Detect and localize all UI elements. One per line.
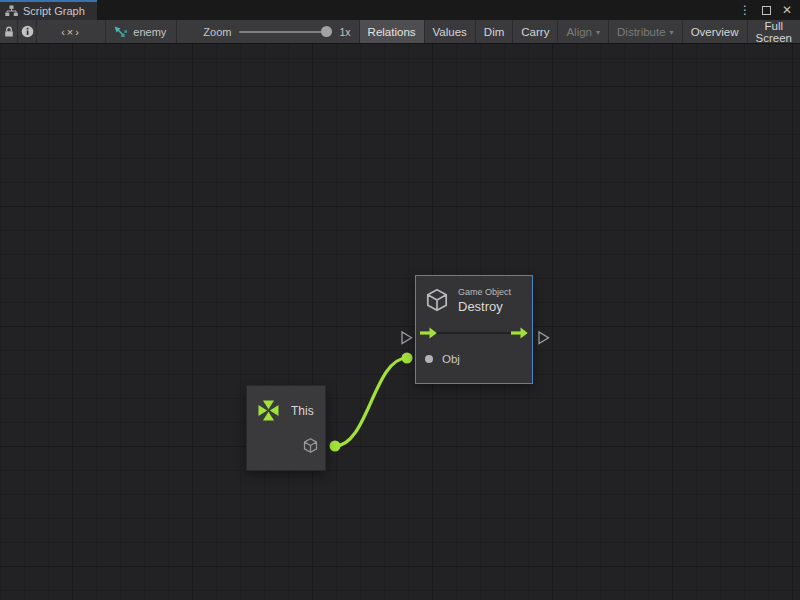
zoom-label: Zoom (203, 26, 231, 38)
info-icon (21, 25, 34, 38)
obj-input-port[interactable] (425, 355, 433, 363)
flow-out-triangle-icon (539, 332, 549, 344)
node-this-header: This (247, 386, 325, 424)
obj-input-row: Obj (416, 348, 532, 370)
values-toggle[interactable]: Values (424, 20, 475, 43)
full-screen-button[interactable]: Full Screen (747, 20, 800, 43)
node-destroy[interactable]: Game Object Destroy Obj (415, 275, 533, 384)
info-button[interactable] (18, 20, 36, 43)
self-output-port[interactable] (302, 437, 319, 454)
converge-arrows-icon (255, 397, 282, 424)
close-icon[interactable]: ✕ (782, 4, 792, 16)
zoom-control: Zoom 1x (177, 20, 358, 43)
node-this[interactable]: This (246, 385, 326, 471)
flow-out-arrow-icon[interactable] (511, 327, 528, 339)
node-title: This (291, 404, 314, 418)
cube-icon (424, 287, 450, 313)
code-preview-button[interactable]: ‹×› (37, 20, 107, 43)
distribute-dropdown[interactable]: Distribute ▾ (608, 20, 682, 43)
tab-title: Script Graph (23, 5, 85, 17)
graph-canvas[interactable]: This Game Object Destroy (0, 44, 800, 600)
connection-end-dot (402, 353, 413, 364)
graph-toolbar: ‹×› enemy Zoom 1x Relations Values (0, 20, 800, 44)
maximize-icon[interactable] (762, 6, 771, 15)
chevron-down-icon: ▾ (670, 28, 674, 37)
tab-script-graph[interactable]: Script Graph (0, 0, 97, 20)
flow-in-arrow-icon[interactable] (420, 327, 437, 339)
toolbar-toggles: Relations Values Dim Carry Align ▾ Distr… (359, 20, 800, 43)
zoom-slider-handle[interactable] (321, 26, 332, 37)
connection-wire[interactable] (335, 358, 407, 446)
graph-name-label: enemy (133, 26, 166, 38)
obj-port-label: Obj (442, 353, 460, 365)
window-menu-icon[interactable]: ⋮ (739, 4, 751, 16)
dim-toggle[interactable]: Dim (475, 20, 512, 43)
script-graph-window: Script Graph ⋮ ✕ ‹×› (0, 0, 800, 600)
cube-icon (302, 437, 319, 454)
zoom-value: 1x (339, 26, 350, 38)
script-graph-asset-icon (114, 26, 127, 38)
zoom-slider[interactable] (239, 31, 331, 33)
node-title: Destroy (458, 299, 511, 314)
carry-toggle[interactable]: Carry (512, 20, 557, 43)
graph-asset-ref[interactable]: enemy (106, 20, 177, 43)
connection-layer (0, 44, 800, 600)
window-controls: ⋮ ✕ (739, 0, 800, 20)
tab-bar: Script Graph ⋮ ✕ (0, 0, 800, 20)
node-category: Game Object (458, 287, 511, 297)
chevron-down-icon: ▾ (596, 28, 600, 37)
lock-button[interactable] (0, 20, 18, 43)
flow-port-row (416, 320, 532, 346)
overview-button[interactable]: Overview (682, 20, 747, 43)
graph-hierarchy-icon (5, 5, 18, 17)
lock-icon (3, 26, 15, 38)
connection-start-dot (330, 441, 341, 452)
align-dropdown[interactable]: Align ▾ (557, 20, 608, 43)
node-destroy-header: Game Object Destroy (416, 276, 532, 318)
flow-in-triangle-icon (402, 332, 412, 344)
relations-toggle[interactable]: Relations (359, 20, 424, 43)
